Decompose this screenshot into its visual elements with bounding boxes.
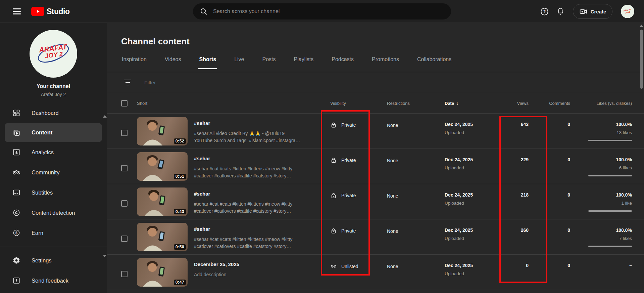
column-header-comments[interactable]: Comments xyxy=(529,101,570,106)
sidebar-item-earn[interactable]: $ Earn xyxy=(0,223,107,243)
table-row[interactable]: 0:51 #sehar #sehar #cat #cats #kitten #k… xyxy=(107,149,644,184)
bell-icon xyxy=(556,7,565,16)
restrictions-cell: None xyxy=(387,264,445,269)
video-title[interactable]: #sehar xyxy=(194,156,320,161)
row-checkbox[interactable] xyxy=(121,236,128,242)
views-cell: 0 xyxy=(495,263,529,268)
avatar-mini-logo: ARAFATJOY2 xyxy=(623,8,632,14)
sidebar-item-analytics[interactable]: Analytics xyxy=(0,142,107,162)
analytics-icon xyxy=(12,148,20,156)
visibility-cell[interactable]: Private xyxy=(330,227,387,234)
help-button[interactable]: ? xyxy=(538,5,551,18)
sidebar-item-dashboard[interactable]: Dashboard xyxy=(0,103,107,123)
video-title[interactable]: #sehar xyxy=(194,120,320,126)
tab-podcasts[interactable]: Podcasts xyxy=(331,54,354,69)
copyright-icon xyxy=(12,209,20,217)
likes-ratio-bar xyxy=(588,175,632,176)
search-bar[interactable] xyxy=(193,3,451,19)
tab-inspiration[interactable]: Inspiration xyxy=(121,54,147,69)
sidebar-scroll-up-arrow[interactable] xyxy=(103,115,107,118)
feedback-icon xyxy=(12,277,20,285)
visibility-cell[interactable]: Private xyxy=(330,192,387,199)
likes-percentage: 100.0% xyxy=(570,157,632,162)
tab-videos[interactable]: Videos xyxy=(164,54,182,69)
community-icon xyxy=(12,168,20,176)
video-title[interactable]: December 25, 2025 xyxy=(194,261,320,267)
duration-badge: 0:50 xyxy=(174,244,186,250)
sidebar-divider xyxy=(0,247,107,247)
filter-input[interactable] xyxy=(144,80,312,86)
sidebar-item-content[interactable]: Content xyxy=(5,123,102,142)
sidebar-scroll-down-arrow[interactable] xyxy=(103,255,107,257)
column-header-views[interactable]: Views xyxy=(495,101,529,106)
video-title[interactable]: #sehar xyxy=(194,191,320,197)
tab-playlists[interactable]: Playlists xyxy=(293,54,314,69)
video-description: #sehar #cat #cats #kitten #kittens #meow… xyxy=(194,201,320,215)
tab-collaborations[interactable]: Collaborations xyxy=(416,54,452,69)
row-checkbox[interactable] xyxy=(121,200,128,207)
search-input[interactable] xyxy=(213,8,444,14)
add-description-placeholder[interactable]: Add description xyxy=(194,271,320,278)
main-content: Channel content Inspiration Videos Short… xyxy=(107,23,644,293)
visibility-cell[interactable]: Private xyxy=(330,122,387,128)
create-button[interactable]: Create xyxy=(573,4,612,19)
date-cell: Dec 24, 2025 xyxy=(445,122,495,127)
column-header-visibility[interactable]: Visibility xyxy=(330,101,387,106)
visibility-cell[interactable]: Unlisted xyxy=(330,263,387,270)
comments-cell: 0 xyxy=(529,192,570,198)
sidebar-item-content-detection[interactable]: Content detection xyxy=(0,203,107,223)
table-row[interactable]: 0:50 #sehar #sehar #cat #cats #kitten #k… xyxy=(107,219,644,255)
vertical-scrollbar[interactable] xyxy=(640,30,643,89)
content-tabs: Inspiration Videos Shorts Live Posts Pla… xyxy=(107,54,644,72)
column-header-likes[interactable]: Likes (vs. dislikes) xyxy=(570,101,632,106)
likes-percentage: 100.0% xyxy=(570,122,632,127)
studio-logo[interactable]: Studio xyxy=(31,7,70,16)
restrictions-cell: None xyxy=(387,123,445,128)
likes-percentage: – xyxy=(570,263,632,268)
visibility-cell[interactable]: Private xyxy=(330,157,387,164)
scrollbar-up-arrow[interactable] xyxy=(640,25,643,27)
video-thumbnail[interactable]: 0:50 xyxy=(137,223,188,251)
sidebar: ARAFAT JOY 2 Your channel Arafat Joy 2 D… xyxy=(0,23,107,293)
row-checkbox[interactable] xyxy=(121,130,128,136)
notifications-button[interactable] xyxy=(554,5,567,18)
column-header-date[interactable]: Date↓ xyxy=(445,100,495,106)
video-thumbnail[interactable]: 0:52 xyxy=(137,117,188,145)
date-status: Uploaded xyxy=(445,201,495,206)
select-all-checkbox[interactable] xyxy=(121,100,128,107)
account-avatar[interactable]: ARAFATJOY2 xyxy=(621,5,634,18)
hamburger-menu-button[interactable] xyxy=(13,8,21,15)
sidebar-item-settings[interactable]: Settings xyxy=(0,250,107,270)
channel-avatar[interactable]: ARAFAT JOY 2 xyxy=(30,30,77,78)
row-checkbox[interactable] xyxy=(121,271,128,277)
tab-shorts[interactable]: Shorts xyxy=(198,54,217,69)
duration-badge: 0:47 xyxy=(174,280,186,285)
video-thumbnail[interactable]: 0:43 xyxy=(137,187,188,216)
likes-ratio-bar xyxy=(588,210,632,212)
video-thumbnail[interactable]: 0:51 xyxy=(137,152,188,181)
video-thumbnail[interactable]: 0:47 xyxy=(137,258,188,287)
table-row[interactable]: 0:52 #sehar #sehar All video Credit By 🙏… xyxy=(107,114,644,149)
sidebar-item-subtitles[interactable]: Subtitles xyxy=(0,182,107,203)
column-header-short[interactable]: Short xyxy=(137,101,194,106)
your-channel-label: Your channel xyxy=(0,83,107,89)
tab-live[interactable]: Live xyxy=(234,54,245,69)
column-header-restrictions[interactable]: Restrictions xyxy=(387,101,445,106)
filter-icon[interactable] xyxy=(123,80,132,86)
sidebar-item-community[interactable]: Community xyxy=(0,162,107,182)
table-row[interactable]: 0:43 #sehar #sehar #cat #cats #kitten #k… xyxy=(107,184,644,219)
table-row[interactable]: 0:47 December 25, 2025 Add description U… xyxy=(107,255,644,290)
views-cell: 218 xyxy=(495,192,529,198)
channel-header: ARAFAT JOY 2 Your channel Arafat Joy 2 xyxy=(0,23,107,97)
svg-text:?: ? xyxy=(543,9,546,14)
gear-icon xyxy=(12,256,20,264)
help-icon: ? xyxy=(540,7,549,16)
row-checkbox[interactable] xyxy=(121,165,128,171)
likes-percentage: 100.0% xyxy=(570,192,632,198)
tab-posts[interactable]: Posts xyxy=(262,54,277,69)
date-status: Uploaded xyxy=(445,236,495,241)
tab-promotions[interactable]: Promotions xyxy=(371,54,400,69)
video-title[interactable]: #sehar xyxy=(194,226,320,232)
lock-icon xyxy=(330,227,337,234)
sidebar-item-send-feedback[interactable]: Send feedback xyxy=(0,270,107,291)
